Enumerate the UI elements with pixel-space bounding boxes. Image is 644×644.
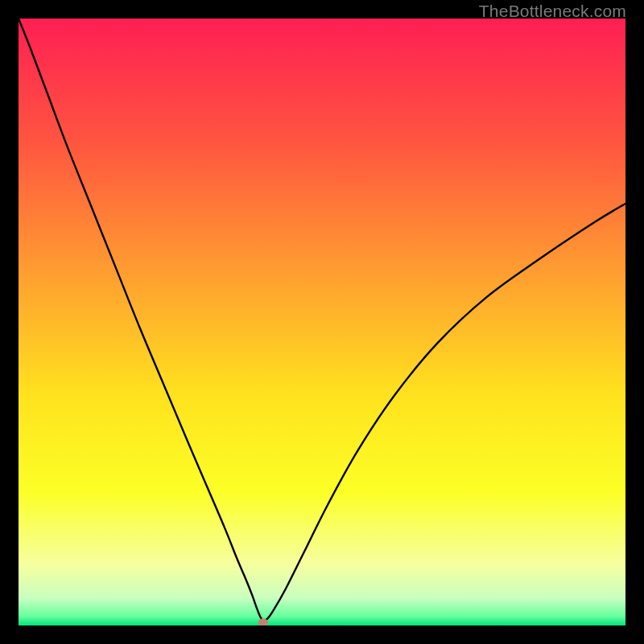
chart-container: TheBottleneck.com: [0, 0, 644, 644]
gradient-background: [19, 19, 625, 625]
watermark-text: TheBottleneck.com: [479, 2, 626, 21]
chart-svg: [19, 19, 625, 625]
plot-area: [19, 19, 625, 625]
